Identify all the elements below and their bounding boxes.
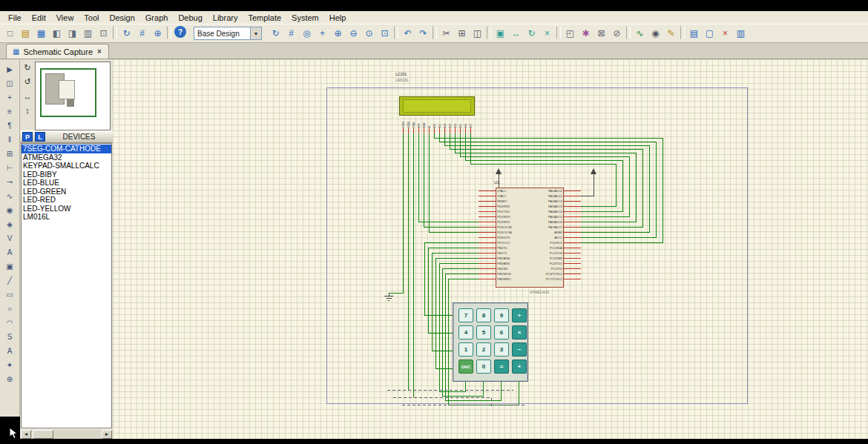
- keypad-key[interactable]: +: [512, 359, 527, 374]
- device-list-item[interactable]: LED-YELLOW: [22, 205, 111, 213]
- device-list-item[interactable]: LM016L: [22, 213, 111, 222]
- menu-tool[interactable]: Tool: [79, 13, 104, 23]
- keypad-key[interactable]: ×: [512, 325, 527, 339]
- rotate-clockwise-icon[interactable]: ↻: [22, 62, 34, 73]
- property-assignment-icon[interactable]: ✎: [663, 26, 679, 41]
- device-list-item[interactable]: LED-BIBY: [22, 170, 111, 179]
- wire-label-mode-icon[interactable]: ≡: [2, 105, 18, 117]
- schematic-canvas[interactable]: LCD1 LM016L VSSVDDVEERSRWED0D1D2D3D4D5D6…: [113, 59, 868, 439]
- virtual-instruments-mode-icon[interactable]: ▣: [2, 260, 18, 272]
- 2d-text-icon[interactable]: A: [2, 345, 18, 357]
- zoom-all-icon[interactable]: ⊙: [361, 26, 377, 41]
- overview-minimap[interactable]: [35, 62, 111, 130]
- sheet-selector[interactable]: Base Design ▼: [194, 27, 262, 40]
- mark-output-area-icon[interactable]: ⊡: [96, 26, 111, 41]
- device-list-item[interactable]: LED-BLUE: [22, 179, 111, 188]
- 2d-symbol-icon[interactable]: ✦: [2, 359, 18, 371]
- 2d-arc-icon[interactable]: ◠: [2, 317, 18, 328]
- current-probe-mode-icon[interactable]: A: [2, 246, 18, 258]
- save-design-icon[interactable]: ▦: [33, 26, 49, 41]
- rotate-anticlockwise-icon[interactable]: ↺: [22, 76, 34, 87]
- text-script-mode-icon[interactable]: ¶: [2, 119, 18, 131]
- pick-parts-icon[interactable]: ◰: [562, 26, 578, 41]
- mirror-horizontal-icon[interactable]: ↔: [22, 90, 34, 102]
- paste-icon[interactable]: ◫: [470, 26, 485, 41]
- toggle-grid-icon[interactable]: #: [134, 26, 150, 41]
- keypad-key[interactable]: 7: [458, 308, 473, 322]
- keypad-key[interactable]: 3: [494, 342, 509, 357]
- help-icon[interactable]: ?: [174, 26, 186, 38]
- zoom-in-icon[interactable]: ⊕: [330, 26, 346, 41]
- generator-mode-icon[interactable]: ◈: [2, 218, 18, 230]
- menu-file[interactable]: File: [3, 13, 27, 23]
- keypad-key[interactable]: ÷: [512, 308, 527, 322]
- print-design-icon[interactable]: ▥: [80, 26, 96, 41]
- keypad-key[interactable]: 0: [476, 359, 491, 374]
- tab-schematic-capture[interactable]: ▦ Schematic Capture ×: [6, 44, 109, 59]
- goto-sheet-icon[interactable]: ▥: [733, 26, 749, 41]
- keypad-key[interactable]: 8: [476, 308, 491, 322]
- keypad-key[interactable]: 1: [458, 342, 473, 357]
- new-design-icon[interactable]: □: [2, 26, 18, 41]
- chevron-down-icon[interactable]: ▼: [250, 27, 261, 39]
- lcd-component[interactable]: [399, 96, 475, 116]
- voltage-probe-mode-icon[interactable]: V: [2, 232, 18, 244]
- keypad-key[interactable]: =: [494, 359, 509, 374]
- search-tag-icon[interactable]: ◉: [648, 26, 663, 41]
- device-list-item[interactable]: 7SEG-COM-CATHODE: [22, 145, 111, 153]
- device-list-item[interactable]: KEYPAD-SMALLCALC: [22, 162, 111, 170]
- menu-edit[interactable]: Edit: [27, 13, 51, 23]
- redo-icon[interactable]: ↷: [415, 26, 431, 41]
- ground-symbol[interactable]: [384, 293, 393, 300]
- block-copy-icon[interactable]: ▣: [493, 26, 508, 41]
- 2d-line-icon[interactable]: ╱: [2, 274, 18, 286]
- 2d-box-icon[interactable]: ▭: [2, 288, 18, 300]
- refresh-display-icon[interactable]: ↻: [119, 26, 134, 41]
- buses-mode-icon[interactable]: ‖: [2, 133, 18, 145]
- wire-autorouter-icon[interactable]: ∿: [632, 26, 648, 41]
- menu-graph[interactable]: Graph: [140, 13, 174, 23]
- import-section-icon[interactable]: ◧: [49, 26, 65, 41]
- copy-icon[interactable]: ⊞: [454, 26, 470, 41]
- export-section-icon[interactable]: ◨: [65, 26, 80, 41]
- zoom-out-icon[interactable]: ⊖: [346, 26, 361, 41]
- library-manager-button[interactable]: L: [35, 132, 45, 142]
- subcircuit-mode-icon[interactable]: ⊞: [2, 148, 18, 159]
- keypad-key[interactable]: 4: [458, 325, 473, 339]
- device-list-item[interactable]: LED-GREEN: [22, 188, 111, 196]
- selection-mode-icon[interactable]: ▶: [2, 63, 18, 75]
- device-list-item[interactable]: ATMEGA32: [22, 153, 111, 162]
- decompose-icon[interactable]: ⊘: [609, 26, 625, 41]
- scrollbar-thumb[interactable]: [33, 430, 53, 439]
- new-sheet-icon[interactable]: ▢: [702, 26, 717, 41]
- packaging-tool-icon[interactable]: ⊠: [594, 26, 609, 41]
- tape-recorder-mode-icon[interactable]: ◉: [2, 204, 18, 216]
- component-mode-icon[interactable]: ◫: [2, 77, 18, 89]
- origin-icon[interactable]: ◎: [299, 26, 315, 41]
- keypad-key[interactable]: 6: [494, 325, 509, 339]
- keypad-key[interactable]: 9: [494, 308, 509, 322]
- 2d-path-icon[interactable]: S: [2, 331, 18, 342]
- terminals-mode-icon[interactable]: ⊢: [2, 162, 18, 173]
- remove-sheet-icon[interactable]: ×: [717, 26, 733, 41]
- grid-icon[interactable]: #: [283, 26, 299, 41]
- menu-system[interactable]: System: [286, 13, 324, 23]
- power-terminal[interactable]: [496, 168, 502, 188]
- make-device-icon[interactable]: ✱: [578, 26, 594, 41]
- device-pins-mode-icon[interactable]: ⊸: [2, 176, 18, 188]
- menu-design[interactable]: Design: [105, 13, 140, 23]
- block-delete-icon[interactable]: ×: [539, 26, 555, 41]
- pick-devices-button[interactable]: P: [22, 132, 33, 142]
- menu-template[interactable]: Template: [243, 13, 286, 23]
- junction-dot-mode-icon[interactable]: +: [2, 91, 18, 103]
- device-list-scrollbar[interactable]: ◄ ►: [20, 428, 113, 439]
- device-list[interactable]: 7SEG-COM-CATHODEATMEGA32KEYPAD-SMALLCALC…: [21, 143, 112, 428]
- mirror-vertical-icon[interactable]: ↕: [22, 105, 34, 116]
- undo-icon[interactable]: ↶: [400, 26, 415, 41]
- keypad-key[interactable]: 5: [476, 325, 491, 339]
- menu-library[interactable]: Library: [208, 13, 243, 23]
- keypad-key[interactable]: 2: [476, 342, 491, 357]
- menu-help[interactable]: Help: [324, 13, 352, 23]
- scroll-right-icon[interactable]: ►: [102, 430, 112, 439]
- power-terminal[interactable]: [581, 168, 596, 196]
